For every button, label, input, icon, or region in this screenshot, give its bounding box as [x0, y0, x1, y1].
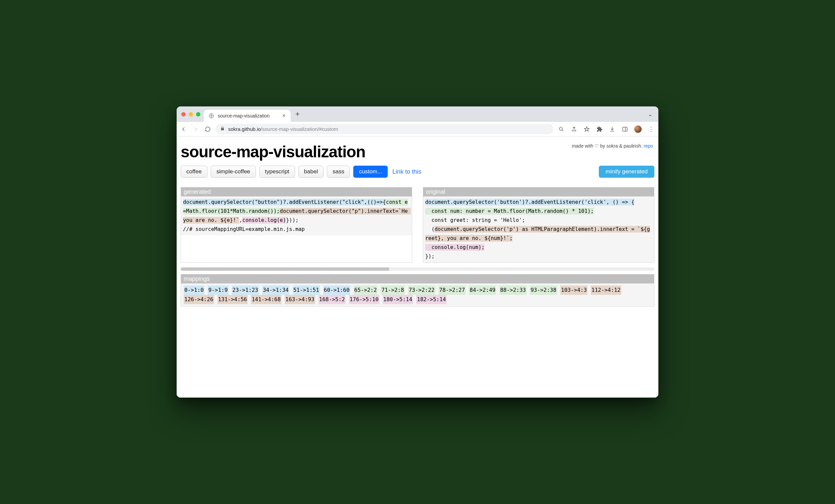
globe-icon — [208, 113, 215, 119]
tab-typescript[interactable]: typescript — [259, 166, 295, 178]
tab-coffee[interactable]: coffee — [181, 166, 207, 178]
mapping-segment[interactable]: 60->1:60 — [323, 285, 350, 295]
toolbar-actions: ⋮ — [558, 125, 654, 133]
mapping-segment[interactable]: 112->4:12 — [591, 285, 621, 295]
mapping-segment[interactable]: 78->2:27 — [439, 285, 466, 295]
new-tab-button[interactable]: + — [291, 110, 304, 119]
svg-point-1 — [559, 127, 562, 130]
svg-rect-2 — [623, 127, 627, 131]
page-content: made with ♡ by sokra & paulirish. repo s… — [177, 137, 658, 398]
downloads-icon[interactable] — [609, 126, 615, 133]
share-icon[interactable] — [571, 126, 577, 133]
reload-button[interactable] — [205, 126, 211, 132]
mapping-segment[interactable]: 9->1:9 — [208, 285, 228, 295]
tab-strip: source-map-visualization × + ⌄ — [177, 106, 658, 122]
tab-sass[interactable]: sass — [327, 166, 350, 178]
bookmark-icon[interactable] — [584, 126, 590, 133]
mapping-segment[interactable]: 65->2:2 — [353, 285, 378, 295]
sidepanel-icon[interactable] — [622, 126, 628, 133]
minify-button[interactable]: minify generated — [599, 166, 654, 178]
address-bar[interactable]: sokra.github.io/source-map-visualization… — [216, 124, 553, 134]
mapping-segment[interactable]: 168->5:2 — [319, 295, 346, 304]
window-controls — [179, 112, 204, 117]
example-tabs: coffee simple-coffee typescript babel sa… — [181, 166, 654, 178]
mapping-segment[interactable]: 73->2:22 — [408, 285, 435, 295]
mapping-segment[interactable]: 0->1:0 — [184, 285, 204, 295]
mapping-segment[interactable]: 180->5:14 — [383, 295, 413, 304]
lock-icon — [220, 126, 225, 132]
mapping-segment[interactable]: 71->2:8 — [381, 285, 405, 295]
original-panel: original document.querySelector('button'… — [423, 187, 654, 263]
mapping-segment[interactable]: 23->1:23 — [232, 285, 259, 295]
search-icon[interactable] — [558, 126, 565, 133]
tab-title: source-map-visualization — [218, 113, 278, 119]
chevron-down-icon: ⌄ — [648, 112, 652, 117]
tab-overflow[interactable]: ⌄ — [648, 111, 656, 118]
tab-custom[interactable]: custom... — [353, 166, 388, 178]
profile-avatar[interactable] — [634, 125, 641, 133]
mapping-segment[interactable]: 182->5:14 — [416, 295, 447, 304]
mappings-body[interactable]: 0->1:09->1:923->1:2334->1:3451->1:5160->… — [181, 283, 654, 306]
mapping-segment[interactable]: 84->2:49 — [469, 285, 496, 295]
close-tab-icon[interactable]: × — [281, 112, 287, 119]
tab-simple-coffee[interactable]: simple-coffee — [211, 166, 256, 178]
browser-toolbar: sokra.github.io/source-map-visualization… — [177, 122, 658, 137]
url-text: sokra.github.io/source-map-visualization… — [228, 126, 338, 132]
mapping-segment[interactable]: 176->5:10 — [349, 295, 379, 304]
minimize-window-icon[interactable] — [189, 112, 193, 117]
generated-header: generated — [181, 187, 412, 197]
menu-icon[interactable]: ⋮ — [648, 126, 654, 133]
forward-button — [193, 126, 199, 132]
nav-buttons — [181, 126, 211, 132]
tab-babel[interactable]: babel — [299, 166, 324, 178]
generated-panel: generated document.querySelector("button… — [181, 187, 412, 263]
repo-link[interactable]: repo — [644, 143, 653, 148]
horizontal-scrollbar[interactable] — [181, 267, 654, 271]
mapping-segment[interactable]: 88->2:33 — [500, 285, 527, 295]
mappings-panel: mappings 0->1:09->1:923->1:2334->1:3451-… — [181, 274, 654, 306]
mapping-segment[interactable]: 141->4:68 — [251, 295, 281, 304]
mapping-segment[interactable]: 131->4:56 — [218, 295, 248, 304]
mapping-segment[interactable]: 103->4:3 — [561, 285, 587, 295]
code-panels: generated document.querySelector("button… — [181, 187, 654, 263]
mappings-header: mappings — [181, 275, 654, 283]
mapping-segment[interactable]: 34->1:34 — [262, 285, 289, 295]
back-button[interactable] — [181, 126, 187, 132]
original-body[interactable]: document.querySelector('button')?.addEve… — [423, 197, 654, 262]
mapping-segment[interactable]: 51->1:51 — [293, 285, 320, 295]
link-to-this[interactable]: Link to this — [392, 168, 421, 175]
browser-window: source-map-visualization × + ⌄ sokra. — [177, 106, 658, 398]
original-header: original — [423, 187, 654, 197]
mapping-segment[interactable]: 93->2:38 — [530, 285, 557, 295]
mapping-segment[interactable]: 163->4:93 — [285, 295, 315, 304]
heart-icon: ♡ — [594, 144, 599, 148]
maximize-window-icon[interactable] — [196, 112, 200, 117]
attribution: made with ♡ by sokra & paulirish. repo — [572, 143, 653, 149]
browser-tab[interactable]: source-map-visualization × — [204, 110, 291, 122]
mapping-segment[interactable]: 126->4:26 — [184, 295, 214, 304]
close-window-icon[interactable] — [181, 112, 186, 117]
extensions-icon[interactable] — [596, 126, 603, 133]
generated-body[interactable]: document.querySelector("button")?.addEve… — [181, 197, 412, 235]
